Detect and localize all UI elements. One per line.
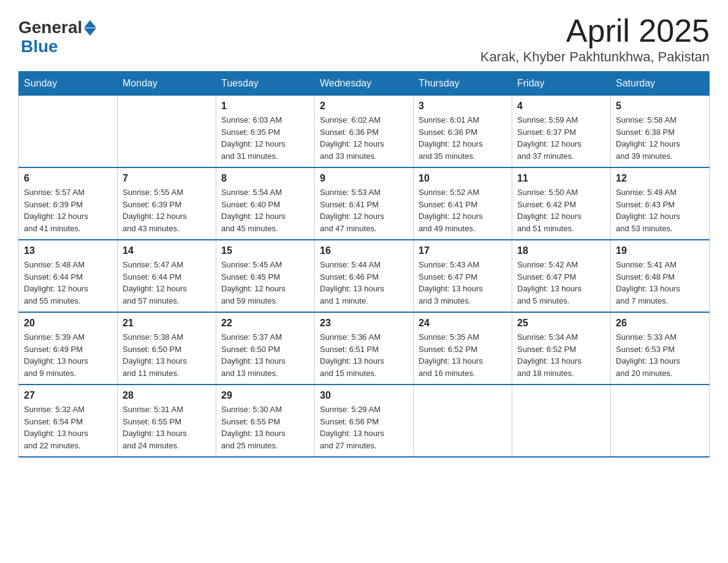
- calendar-day-cell: 1Sunrise: 6:03 AMSunset: 6:35 PMDaylight…: [216, 96, 315, 168]
- day-number: 30: [320, 390, 408, 401]
- day-number: 23: [320, 318, 408, 329]
- day-info: Sunrise: 5:30 AMSunset: 6:55 PMDaylight:…: [221, 404, 309, 451]
- calendar-day-cell: 15Sunrise: 5:45 AMSunset: 6:45 PMDayligh…: [216, 240, 315, 312]
- day-number: 7: [123, 173, 211, 184]
- day-of-week-header: Thursday: [414, 72, 512, 96]
- day-number: 12: [616, 173, 704, 184]
- page-header: General Blue April 2025 Karak, Khyber Pa…: [18, 12, 710, 65]
- calendar-day-cell: [414, 385, 512, 457]
- calendar-day-cell: 6Sunrise: 5:57 AMSunset: 6:39 PMDaylight…: [19, 167, 118, 240]
- day-number: 27: [24, 390, 112, 401]
- day-info: Sunrise: 5:32 AMSunset: 6:54 PMDaylight:…: [24, 404, 112, 451]
- calendar-day-cell: 14Sunrise: 5:47 AMSunset: 6:44 PMDayligh…: [118, 240, 216, 312]
- calendar-day-cell: [611, 385, 710, 457]
- day-info: Sunrise: 5:39 AMSunset: 6:49 PMDaylight:…: [24, 331, 112, 379]
- day-number: 24: [419, 318, 507, 329]
- day-info: Sunrise: 5:34 AMSunset: 6:52 PMDaylight:…: [517, 331, 605, 379]
- day-info: Sunrise: 5:53 AMSunset: 6:41 PMDaylight:…: [320, 186, 408, 234]
- calendar-day-cell: 10Sunrise: 5:52 AMSunset: 6:41 PMDayligh…: [414, 167, 512, 240]
- day-info: Sunrise: 6:02 AMSunset: 6:36 PMDaylight:…: [320, 114, 408, 162]
- calendar-day-cell: 16Sunrise: 5:44 AMSunset: 6:46 PMDayligh…: [315, 240, 414, 312]
- day-of-week-header: Friday: [512, 72, 611, 96]
- calendar-day-cell: 26Sunrise: 5:33 AMSunset: 6:53 PMDayligh…: [611, 312, 710, 385]
- day-number: 1: [221, 101, 309, 112]
- calendar-week-row: 6Sunrise: 5:57 AMSunset: 6:39 PMDaylight…: [19, 167, 710, 240]
- day-number: 4: [517, 101, 605, 112]
- day-number: 21: [123, 318, 211, 329]
- day-number: 13: [24, 245, 112, 256]
- calendar-day-cell: 3Sunrise: 6:01 AMSunset: 6:36 PMDaylight…: [414, 96, 512, 168]
- day-number: 6: [24, 173, 112, 184]
- calendar-day-cell: 13Sunrise: 5:48 AMSunset: 6:44 PMDayligh…: [19, 240, 118, 312]
- day-number: 29: [221, 390, 309, 401]
- day-number: 8: [221, 173, 309, 184]
- day-info: Sunrise: 5:57 AMSunset: 6:39 PMDaylight:…: [24, 186, 112, 234]
- calendar-day-cell: 19Sunrise: 5:41 AMSunset: 6:48 PMDayligh…: [611, 240, 710, 312]
- day-number: 11: [517, 173, 605, 184]
- day-info: Sunrise: 5:50 AMSunset: 6:42 PMDaylight:…: [517, 186, 605, 234]
- calendar-day-cell: 23Sunrise: 5:36 AMSunset: 6:51 PMDayligh…: [315, 312, 414, 385]
- day-of-week-header: Wednesday: [315, 72, 414, 96]
- day-info: Sunrise: 6:03 AMSunset: 6:35 PMDaylight:…: [221, 114, 309, 162]
- day-number: 28: [123, 390, 211, 401]
- calendar-day-cell: 22Sunrise: 5:37 AMSunset: 6:50 PMDayligh…: [216, 312, 315, 385]
- day-number: 15: [221, 245, 309, 256]
- logo-text-blue: Blue: [21, 37, 96, 56]
- page-subtitle: Karak, Khyber Pakhtunkhwa, Pakistan: [480, 49, 710, 65]
- day-number: 25: [517, 318, 605, 329]
- day-info: Sunrise: 5:38 AMSunset: 6:50 PMDaylight:…: [123, 331, 211, 379]
- day-number: 18: [517, 245, 605, 256]
- day-info: Sunrise: 5:43 AMSunset: 6:47 PMDaylight:…: [419, 259, 507, 307]
- calendar-day-cell: [512, 385, 611, 457]
- day-info: Sunrise: 5:59 AMSunset: 6:37 PMDaylight:…: [517, 114, 605, 162]
- page-title: April 2025: [480, 12, 710, 49]
- day-info: Sunrise: 5:54 AMSunset: 6:40 PMDaylight:…: [221, 186, 309, 234]
- day-info: Sunrise: 5:37 AMSunset: 6:50 PMDaylight:…: [221, 331, 309, 379]
- calendar-day-cell: 8Sunrise: 5:54 AMSunset: 6:40 PMDaylight…: [216, 167, 315, 240]
- calendar-header-row: SundayMondayTuesdayWednesdayThursdayFrid…: [19, 72, 710, 96]
- day-info: Sunrise: 5:58 AMSunset: 6:38 PMDaylight:…: [616, 114, 704, 162]
- calendar-day-cell: 21Sunrise: 5:38 AMSunset: 6:50 PMDayligh…: [118, 312, 216, 385]
- calendar-day-cell: 27Sunrise: 5:32 AMSunset: 6:54 PMDayligh…: [19, 385, 118, 457]
- calendar-day-cell: 11Sunrise: 5:50 AMSunset: 6:42 PMDayligh…: [512, 167, 611, 240]
- calendar-week-row: 27Sunrise: 5:32 AMSunset: 6:54 PMDayligh…: [19, 385, 710, 457]
- calendar-day-cell: 18Sunrise: 5:42 AMSunset: 6:47 PMDayligh…: [512, 240, 611, 312]
- logo: General Blue: [18, 18, 96, 56]
- calendar-day-cell: 24Sunrise: 5:35 AMSunset: 6:52 PMDayligh…: [414, 312, 512, 385]
- title-section: April 2025 Karak, Khyber Pakhtunkhwa, Pa…: [480, 12, 710, 65]
- day-info: Sunrise: 5:49 AMSunset: 6:43 PMDaylight:…: [616, 186, 704, 234]
- day-number: 10: [419, 173, 507, 184]
- day-number: 2: [320, 101, 408, 112]
- calendar-week-row: 20Sunrise: 5:39 AMSunset: 6:49 PMDayligh…: [19, 312, 710, 385]
- calendar-day-cell: 4Sunrise: 5:59 AMSunset: 6:37 PMDaylight…: [512, 96, 611, 168]
- day-info: Sunrise: 5:42 AMSunset: 6:47 PMDaylight:…: [517, 259, 605, 307]
- day-number: 14: [123, 245, 211, 256]
- calendar-day-cell: [19, 96, 118, 168]
- calendar-day-cell: 2Sunrise: 6:02 AMSunset: 6:36 PMDaylight…: [315, 96, 414, 168]
- calendar-day-cell: 7Sunrise: 5:55 AMSunset: 6:39 PMDaylight…: [118, 167, 216, 240]
- calendar-day-cell: 29Sunrise: 5:30 AMSunset: 6:55 PMDayligh…: [216, 385, 315, 457]
- day-info: Sunrise: 5:52 AMSunset: 6:41 PMDaylight:…: [419, 186, 507, 234]
- day-info: Sunrise: 5:33 AMSunset: 6:53 PMDaylight:…: [616, 331, 704, 379]
- logo-text-general: General: [18, 18, 82, 37]
- day-number: 16: [320, 245, 408, 256]
- day-info: Sunrise: 5:45 AMSunset: 6:45 PMDaylight:…: [221, 259, 309, 307]
- calendar-day-cell: 17Sunrise: 5:43 AMSunset: 6:47 PMDayligh…: [414, 240, 512, 312]
- day-number: 19: [616, 245, 704, 256]
- day-info: Sunrise: 5:55 AMSunset: 6:39 PMDaylight:…: [123, 186, 211, 234]
- day-info: Sunrise: 6:01 AMSunset: 6:36 PMDaylight:…: [419, 114, 507, 162]
- day-info: Sunrise: 5:44 AMSunset: 6:46 PMDaylight:…: [320, 259, 408, 307]
- calendar-table: SundayMondayTuesdayWednesdayThursdayFrid…: [18, 71, 710, 458]
- day-number: 9: [320, 173, 408, 184]
- day-number: 3: [419, 101, 507, 112]
- day-number: 26: [616, 318, 704, 329]
- day-of-week-header: Monday: [118, 72, 216, 96]
- day-of-week-header: Saturday: [611, 72, 710, 96]
- day-info: Sunrise: 5:48 AMSunset: 6:44 PMDaylight:…: [24, 259, 112, 307]
- calendar-week-row: 1Sunrise: 6:03 AMSunset: 6:35 PMDaylight…: [19, 96, 710, 168]
- day-of-week-header: Sunday: [19, 72, 118, 96]
- day-info: Sunrise: 5:31 AMSunset: 6:55 PMDaylight:…: [123, 404, 211, 451]
- day-number: 20: [24, 318, 112, 329]
- calendar-day-cell: 5Sunrise: 5:58 AMSunset: 6:38 PMDaylight…: [611, 96, 710, 168]
- day-number: 5: [616, 101, 704, 112]
